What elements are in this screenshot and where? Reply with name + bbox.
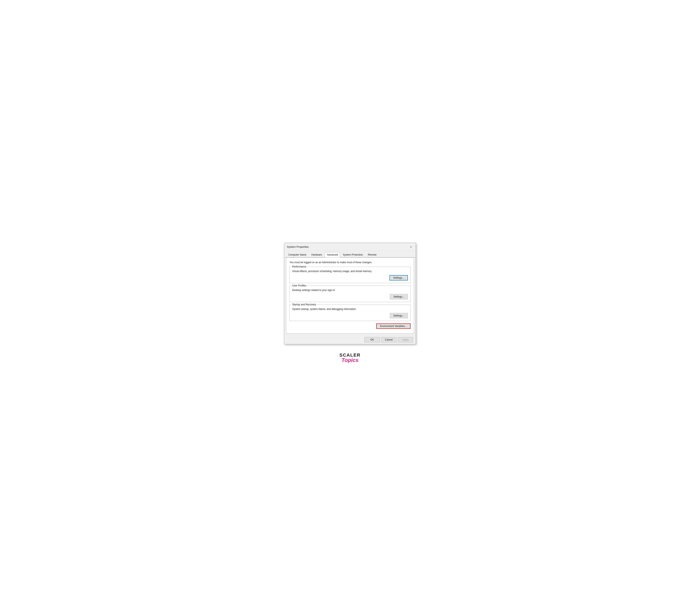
tab-content: You must be logged on as an Administrato… <box>286 257 414 333</box>
logo-container: SCALER Topics <box>340 352 360 364</box>
user-profiles-btn-row: Settings... <box>292 294 408 299</box>
close-button[interactable]: × <box>409 244 413 249</box>
dialog-footer: OK Cancel Apply <box>284 335 416 344</box>
performance-btn-row: Settings... <box>292 275 408 280</box>
tab-hardware[interactable]: Hardware <box>309 252 324 257</box>
tab-computer-name[interactable]: Computer Name <box>286 252 309 257</box>
dialog-title: System Properties <box>287 245 309 248</box>
startup-recovery-label: Startup and Recovery <box>291 303 317 306</box>
performance-label: Performance <box>291 265 307 268</box>
ok-button[interactable]: OK <box>365 337 380 343</box>
system-properties-dialog: System Properties × Computer Name Hardwa… <box>284 243 416 344</box>
startup-recovery-desc: System startup, system failure, and debu… <box>292 308 408 310</box>
user-profiles-desc: Desktop settings related to your sign-in <box>292 289 408 292</box>
apply-button[interactable]: Apply <box>398 337 413 343</box>
user-profiles-settings-button[interactable]: Settings... <box>390 294 408 299</box>
tab-remote[interactable]: Remote <box>366 252 379 257</box>
logo-topics-text: Topics <box>342 357 359 364</box>
user-profiles-label: User Profiles <box>291 284 307 287</box>
performance-settings-button[interactable]: Settings... <box>390 275 408 280</box>
performance-section: Performance Visual effects, processor sc… <box>289 267 411 283</box>
dialog-wrapper: System Properties × Computer Name Hardwa… <box>284 243 416 364</box>
cancel-button[interactable]: Cancel <box>381 337 397 343</box>
env-variables-row: Environment Variables... <box>289 324 411 329</box>
user-profiles-section: User Profiles Desktop settings related t… <box>289 286 411 302</box>
admin-notice: You must be logged on as an Administrato… <box>289 261 411 264</box>
startup-recovery-settings-button[interactable]: Settings... <box>390 313 408 318</box>
startup-recovery-section: Startup and Recovery System startup, sys… <box>289 305 411 321</box>
tabs-container: Computer Name Hardware Advanced System P… <box>284 251 416 257</box>
tab-advanced[interactable]: Advanced <box>325 252 340 257</box>
tab-system-protection[interactable]: System Protection <box>341 252 365 257</box>
title-bar: System Properties × <box>284 243 416 251</box>
performance-desc: Visual effects, processor scheduling, me… <box>292 270 408 273</box>
startup-recovery-btn-row: Settings... <box>292 313 408 318</box>
environment-variables-button[interactable]: Environment Variables... <box>376 324 411 329</box>
